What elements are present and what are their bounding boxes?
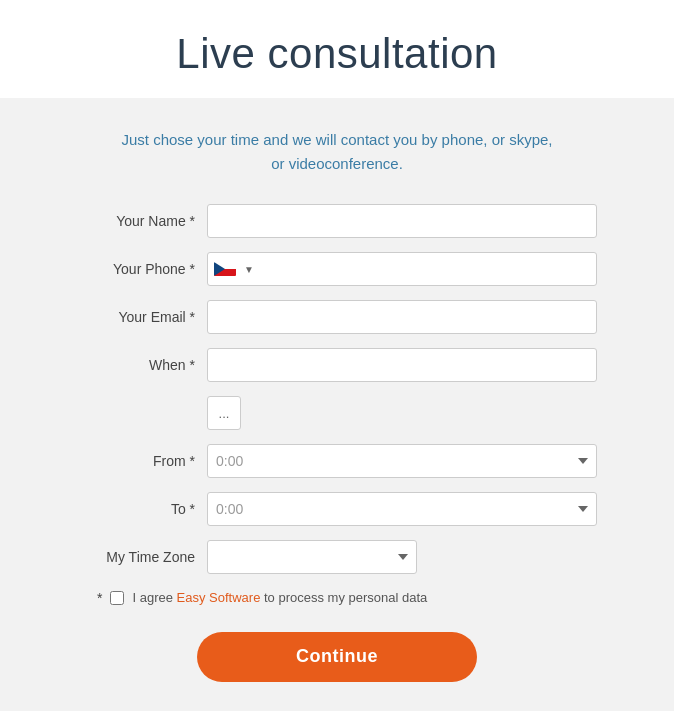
when-row: When * [77, 348, 597, 382]
consultation-form: Your Name * Your Phone * ▼ +420 Your Ema [77, 204, 597, 682]
name-label: Your Name * [77, 213, 207, 229]
when-input[interactable] [207, 348, 597, 382]
from-label: From * [77, 453, 207, 469]
phone-label: Your Phone * [77, 261, 207, 277]
page-description: Just chose your time and we will contact… [40, 128, 634, 176]
from-row: From * 0:00 1:00 2:00 3:00 4:00 5:00 6:0… [77, 444, 597, 478]
agreement-link[interactable]: Easy Software [177, 590, 261, 605]
page-header: Live consultation [0, 0, 674, 98]
email-row: Your Email * [77, 300, 597, 334]
agreement-row: * I agree Easy Software to process my pe… [77, 588, 597, 608]
continue-button[interactable]: Continue [197, 632, 477, 682]
flag-icon [214, 262, 236, 276]
phone-row: Your Phone * ▼ +420 [77, 252, 597, 286]
email-label: Your Email * [77, 309, 207, 325]
phone-dropdown-arrow[interactable]: ▼ [244, 264, 254, 275]
main-content: Just chose your time and we will contact… [0, 98, 674, 711]
email-input[interactable] [207, 300, 597, 334]
czech-flag [214, 262, 236, 276]
agreement-star: * [97, 588, 102, 606]
to-label: To * [77, 501, 207, 517]
timezone-row: My Time Zone UTC Europe/Prague America/N… [77, 540, 597, 574]
name-row: Your Name * [77, 204, 597, 238]
calendar-button[interactable]: ... [207, 396, 241, 430]
phone-wrapper: ▼ +420 [207, 252, 597, 286]
agreement-checkbox[interactable] [110, 591, 124, 605]
when-label: When * [77, 357, 207, 373]
calendar-row: ... [77, 396, 597, 430]
from-select[interactable]: 0:00 1:00 2:00 3:00 4:00 5:00 6:00 7:00 … [207, 444, 597, 478]
to-row: To * 0:00 1:00 2:00 3:00 4:00 5:00 6:00 … [77, 492, 597, 526]
timezone-label: My Time Zone [77, 549, 207, 565]
to-select[interactable]: 0:00 1:00 2:00 3:00 4:00 5:00 6:00 7:00 … [207, 492, 597, 526]
page-title: Live consultation [20, 30, 654, 78]
phone-input[interactable]: +420 [258, 261, 590, 277]
name-input[interactable] [207, 204, 597, 238]
timezone-select[interactable]: UTC Europe/Prague America/New_York Ameri… [207, 540, 417, 574]
agreement-text: I agree Easy Software to process my pers… [132, 588, 427, 608]
